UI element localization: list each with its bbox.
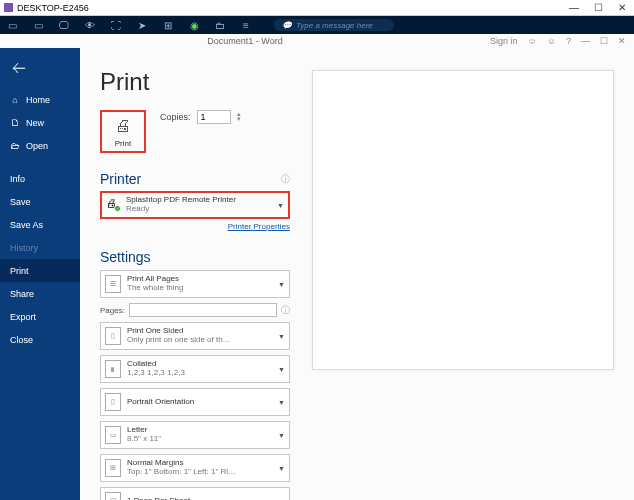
sidebar-item-home[interactable]: ⌂ Home <box>0 88 80 111</box>
setting-print-all-pages[interactable]: ☰ Print All Pages The whole thing ▼ <box>100 270 290 298</box>
app-icon <box>4 3 13 12</box>
chevron-down-icon: ▼ <box>277 202 284 209</box>
setting-sub: Top: 1" Bottom: 1" Left: 1" Ri… <box>127 468 272 477</box>
printer-selector[interactable]: ✓ Splashtop PDF Remote Printer Ready ▼ <box>100 191 290 219</box>
toolbar-icon-2[interactable]: ▭ <box>32 19 44 31</box>
paper-icon: ▭ <box>105 426 121 444</box>
window-titlebar: DESKTOP-E2456 — ☐ ✕ <box>0 0 634 16</box>
sidebar-item-history: History <box>0 236 80 259</box>
margins-icon: ⊞ <box>105 459 121 477</box>
face2-icon[interactable]: ☺ <box>547 36 556 46</box>
sidebar-item-export[interactable]: Export <box>0 305 80 328</box>
folder-icon[interactable]: 🗀 <box>214 19 226 31</box>
record-icon[interactable]: ◉ <box>188 19 200 31</box>
win-close-button[interactable]: ✕ <box>618 36 626 46</box>
help-icon[interactable]: ? <box>566 36 571 46</box>
sidebar-item-info[interactable]: Info <box>0 167 80 190</box>
sidebar-label: Share <box>10 289 34 299</box>
sidebar-item-close[interactable]: Close <box>0 328 80 351</box>
pages-icon: ☰ <box>105 275 121 293</box>
sidebar-label: New <box>26 118 44 128</box>
sidebar-item-share[interactable]: Share <box>0 282 80 305</box>
setting-sub: Only print on one side of th… <box>127 336 272 345</box>
pages-label: Pages: <box>100 306 125 315</box>
chevron-down-icon: ▼ <box>278 333 285 340</box>
word-header: Document1 - Word Sign in ☺ ☺ ? — ☐ ✕ <box>0 34 634 48</box>
new-icon: 🗋 <box>10 118 20 128</box>
chevron-down-icon: ▼ <box>278 366 285 373</box>
print-button[interactable]: 🖨 Print <box>100 110 146 153</box>
ready-badge-icon: ✓ <box>114 205 121 212</box>
setting-collated[interactable]: ⫼ Collated 1,2,3 1,2,3 1,2,3 ▼ <box>100 355 290 383</box>
printer-info-icon[interactable]: ⓘ <box>281 173 290 186</box>
orientation-icon: ▯ <box>105 393 121 411</box>
setting-orientation[interactable]: ▯ Portrait Orientation ▼ <box>100 388 290 416</box>
copies-input[interactable] <box>197 110 231 124</box>
document-title: Document1 - Word <box>207 36 282 46</box>
printer-status: Ready <box>126 205 271 214</box>
minimize-button[interactable]: — <box>562 2 586 13</box>
copies-spinner[interactable]: ▴▾ <box>237 112 241 122</box>
settings-heading: Settings <box>100 249 151 265</box>
printer-icon: 🖨 <box>105 117 141 135</box>
signin-link[interactable]: Sign in <box>490 36 518 46</box>
expand-icon[interactable]: ⛶ <box>110 19 122 31</box>
face-icon[interactable]: ☺ <box>528 36 537 46</box>
pages-info-icon[interactable]: ⓘ <box>281 304 290 317</box>
chevron-down-icon: ▼ <box>278 281 285 288</box>
printer-device-icon: ✓ <box>106 199 120 211</box>
printer-heading: Printer <box>100 171 141 187</box>
remote-toolbar: ▭ ▭ 🖵 👁 ⛶ ➤ ⊞ ◉ 🗀 ≡ 💬 Type a message her… <box>0 16 634 34</box>
win-min-button[interactable]: — <box>581 36 590 46</box>
message-placeholder: Type a message here <box>296 21 373 30</box>
maximize-button[interactable]: ☐ <box>586 2 610 13</box>
sidebar-label: Close <box>10 335 33 345</box>
cursor-icon[interactable]: ➤ <box>136 19 148 31</box>
setting-one-sided[interactable]: ▯ Print One Sided Only print on one side… <box>100 322 290 350</box>
sidebar-item-open[interactable]: 🗁 Open <box>0 134 80 157</box>
printer-properties-link[interactable]: Printer Properties <box>100 222 290 231</box>
sidebar-item-saveas[interactable]: Save As <box>0 213 80 236</box>
sidebar-item-print[interactable]: Print <box>0 259 80 282</box>
setting-title: Portrait Orientation <box>127 398 272 407</box>
sheet-icon: ▢ <box>105 492 121 500</box>
network-icon[interactable]: ⊞ <box>162 19 174 31</box>
win-max-button[interactable]: ☐ <box>600 36 608 46</box>
chevron-down-icon: ▼ <box>278 465 285 472</box>
close-button[interactable]: ✕ <box>610 2 634 13</box>
sidebar-label: Home <box>26 95 50 105</box>
setting-margins[interactable]: ⊞ Normal Margins Top: 1" Bottom: 1" Left… <box>100 454 290 482</box>
home-icon: ⌂ <box>10 95 20 105</box>
sidebar-item-new[interactable]: 🗋 New <box>0 111 80 134</box>
pages-input[interactable] <box>129 303 277 317</box>
sidebar-label: Info <box>10 174 25 184</box>
back-button[interactable]: 🡠 <box>0 48 80 88</box>
print-button-label: Print <box>105 139 141 148</box>
sidebar-label: Print <box>10 266 29 276</box>
message-input[interactable]: 💬 Type a message here <box>274 19 394 31</box>
print-preview-area <box>300 48 634 500</box>
toolbar-icon-1[interactable]: ▭ <box>6 19 18 31</box>
setting-sub: The whole thing <box>127 284 272 293</box>
settings-icon[interactable]: ≡ <box>240 19 252 31</box>
monitor-icon[interactable]: 🖵 <box>58 19 70 31</box>
chevron-down-icon: ▼ <box>278 399 285 406</box>
setting-paper-size[interactable]: ▭ Letter 8.5" x 11" ▼ <box>100 421 290 449</box>
print-panel: Print 🖨 Print Copies: ▴▾ Printer ⓘ ✓ <box>80 48 300 500</box>
collated-icon: ⫼ <box>105 360 121 378</box>
preview-page <box>312 70 614 370</box>
backstage-sidebar: 🡠 ⌂ Home 🗋 New 🗁 Open Info Save Save As … <box>0 48 80 500</box>
print-heading: Print <box>100 68 290 96</box>
sidebar-label: Open <box>26 141 48 151</box>
open-icon: 🗁 <box>10 141 20 151</box>
setting-sub: 8.5" x 11" <box>127 435 272 444</box>
window-title: DESKTOP-E2456 <box>17 3 89 13</box>
setting-sub: 1,2,3 1,2,3 1,2,3 <box>127 369 272 378</box>
sidebar-label: Export <box>10 312 36 322</box>
chevron-down-icon: ▼ <box>278 432 285 439</box>
sidebar-label: Save <box>10 197 31 207</box>
eye-icon[interactable]: 👁 <box>84 19 96 31</box>
chat-icon: 💬 <box>282 21 292 30</box>
setting-pages-per-sheet[interactable]: ▢ 1 Page Per Sheet ▼ <box>100 487 290 500</box>
sidebar-item-save[interactable]: Save <box>0 190 80 213</box>
